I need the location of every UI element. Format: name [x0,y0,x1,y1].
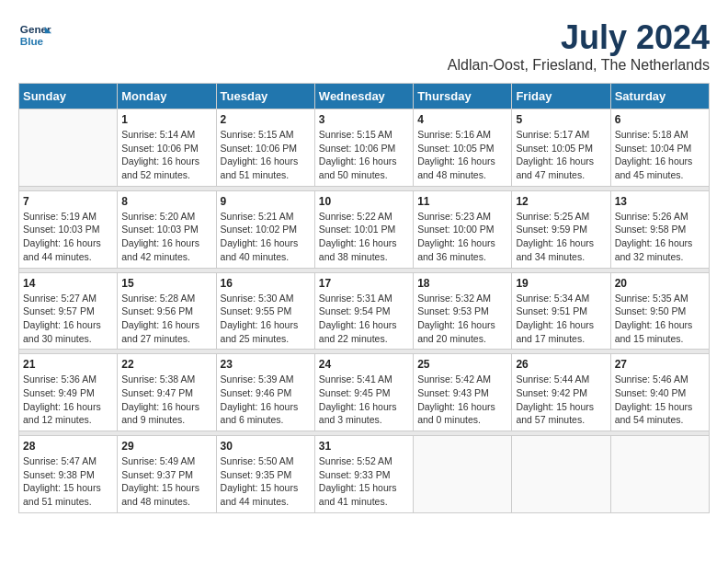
day-number: 28 [23,440,113,453]
day-number: 4 [417,113,507,126]
day-info: Sunrise: 5:16 AM Sunset: 10:05 PM Daylig… [417,128,507,182]
day-info: Sunrise: 5:34 AM Sunset: 9:51 PM Dayligh… [516,292,606,346]
day-number: 3 [319,113,409,126]
day-number: 24 [319,358,409,371]
calendar-week-row: 7Sunrise: 5:19 AM Sunset: 10:03 PM Dayli… [19,190,710,268]
calendar-cell: 1Sunrise: 5:14 AM Sunset: 10:06 PM Dayli… [118,109,216,187]
title-area: July 2024 Aldlan-Oost, Friesland, The Ne… [448,18,710,74]
day-info: Sunrise: 5:18 AM Sunset: 10:04 PM Daylig… [615,128,705,182]
calendar-table: SundayMondayTuesdayWednesdayThursdayFrid… [18,83,710,513]
calendar-cell [512,436,610,513]
calendar-cell: 3Sunrise: 5:15 AM Sunset: 10:06 PM Dayli… [314,109,413,187]
calendar-cell: 29Sunrise: 5:49 AM Sunset: 9:37 PM Dayli… [118,436,216,513]
calendar-cell: 20Sunrise: 5:35 AM Sunset: 9:50 PM Dayli… [610,272,709,350]
day-info: Sunrise: 5:49 AM Sunset: 9:37 PM Dayligh… [121,454,211,509]
day-info: Sunrise: 5:50 AM Sunset: 9:35 PM Dayligh… [221,454,311,509]
logo-icon: General Blue [18,18,51,52]
day-number: 18 [417,277,507,290]
day-info: Sunrise: 5:52 AM Sunset: 9:33 PM Dayligh… [319,454,409,509]
day-info: Sunrise: 5:15 AM Sunset: 10:06 PM Daylig… [221,128,311,182]
day-info: Sunrise: 5:42 AM Sunset: 9:43 PM Dayligh… [417,373,507,427]
day-info: Sunrise: 5:15 AM Sunset: 10:06 PM Daylig… [319,128,409,182]
logo: General Blue [18,18,51,52]
day-number: 6 [615,113,705,126]
day-info: Sunrise: 5:21 AM Sunset: 10:02 PM Daylig… [221,210,311,264]
day-number: 10 [319,195,409,208]
day-number: 12 [516,195,606,208]
day-info: Sunrise: 5:47 AM Sunset: 9:38 PM Dayligh… [23,454,113,509]
weekday-header-row: SundayMondayTuesdayWednesdayThursdayFrid… [19,84,710,109]
day-number: 22 [121,358,211,371]
day-info: Sunrise: 5:28 AM Sunset: 9:56 PM Dayligh… [121,292,211,346]
day-info: Sunrise: 5:22 AM Sunset: 10:01 PM Daylig… [319,210,409,264]
day-number: 7 [23,195,113,208]
weekday-header: Monday [118,84,216,109]
calendar-week-row: 21Sunrise: 5:36 AM Sunset: 9:49 PM Dayli… [19,354,710,431]
day-number: 30 [221,440,311,453]
day-info: Sunrise: 5:41 AM Sunset: 9:45 PM Dayligh… [319,373,409,427]
calendar-cell: 16Sunrise: 5:30 AM Sunset: 9:55 PM Dayli… [216,272,314,350]
day-number: 16 [221,277,311,290]
calendar-cell: 10Sunrise: 5:22 AM Sunset: 10:01 PM Dayl… [314,190,413,268]
day-info: Sunrise: 5:35 AM Sunset: 9:50 PM Dayligh… [615,292,705,346]
day-number: 15 [121,277,211,290]
weekday-header: Wednesday [314,84,413,109]
calendar-cell: 7Sunrise: 5:19 AM Sunset: 10:03 PM Dayli… [19,190,118,268]
day-info: Sunrise: 5:27 AM Sunset: 9:57 PM Dayligh… [23,292,113,346]
weekday-header: Saturday [610,84,709,109]
location-title: Aldlan-Oost, Friesland, The Netherlands [448,57,710,74]
calendar-week-row: 28Sunrise: 5:47 AM Sunset: 9:38 PM Dayli… [19,436,710,513]
calendar-cell: 8Sunrise: 5:20 AM Sunset: 10:03 PM Dayli… [118,190,216,268]
day-number: 8 [121,195,211,208]
calendar-cell: 28Sunrise: 5:47 AM Sunset: 9:38 PM Dayli… [19,436,118,513]
day-number: 26 [516,358,606,371]
calendar-cell: 17Sunrise: 5:31 AM Sunset: 9:54 PM Dayli… [314,272,413,350]
calendar-cell [19,109,118,187]
day-info: Sunrise: 5:39 AM Sunset: 9:46 PM Dayligh… [221,373,311,427]
day-info: Sunrise: 5:30 AM Sunset: 9:55 PM Dayligh… [221,292,311,346]
day-info: Sunrise: 5:31 AM Sunset: 9:54 PM Dayligh… [319,292,409,346]
day-info: Sunrise: 5:36 AM Sunset: 9:49 PM Dayligh… [23,373,113,427]
day-info: Sunrise: 5:20 AM Sunset: 10:03 PM Daylig… [121,210,211,264]
day-info: Sunrise: 5:26 AM Sunset: 9:58 PM Dayligh… [615,210,705,264]
day-info: Sunrise: 5:19 AM Sunset: 10:03 PM Daylig… [23,210,113,264]
day-number: 9 [221,195,311,208]
day-number: 27 [615,358,705,371]
day-info: Sunrise: 5:32 AM Sunset: 9:53 PM Dayligh… [417,292,507,346]
day-number: 13 [615,195,705,208]
day-info: Sunrise: 5:23 AM Sunset: 10:00 PM Daylig… [417,210,507,264]
calendar-cell: 15Sunrise: 5:28 AM Sunset: 9:56 PM Dayli… [118,272,216,350]
calendar-cell: 12Sunrise: 5:25 AM Sunset: 9:59 PM Dayli… [512,190,610,268]
calendar-cell [414,436,512,513]
weekday-header: Friday [512,84,610,109]
day-number: 20 [615,277,705,290]
svg-text:Blue: Blue [20,35,44,47]
calendar-cell: 19Sunrise: 5:34 AM Sunset: 9:51 PM Dayli… [512,272,610,350]
day-number: 19 [516,277,606,290]
day-info: Sunrise: 5:46 AM Sunset: 9:40 PM Dayligh… [615,373,705,427]
calendar-cell: 18Sunrise: 5:32 AM Sunset: 9:53 PM Dayli… [414,272,512,350]
page-header: General Blue July 2024 Aldlan-Oost, Frie… [18,18,710,74]
calendar-cell: 23Sunrise: 5:39 AM Sunset: 9:46 PM Dayli… [216,354,314,431]
calendar-cell: 9Sunrise: 5:21 AM Sunset: 10:02 PM Dayli… [216,190,314,268]
day-info: Sunrise: 5:25 AM Sunset: 9:59 PM Dayligh… [516,210,606,264]
calendar-cell: 26Sunrise: 5:44 AM Sunset: 9:42 PM Dayli… [512,354,610,431]
calendar-cell: 6Sunrise: 5:18 AM Sunset: 10:04 PM Dayli… [610,109,709,187]
calendar-cell: 25Sunrise: 5:42 AM Sunset: 9:43 PM Dayli… [414,354,512,431]
day-info: Sunrise: 5:14 AM Sunset: 10:06 PM Daylig… [121,128,211,182]
calendar-cell: 22Sunrise: 5:38 AM Sunset: 9:47 PM Dayli… [118,354,216,431]
day-number: 2 [221,113,311,126]
calendar-week-row: 1Sunrise: 5:14 AM Sunset: 10:06 PM Dayli… [19,109,710,187]
calendar-cell: 31Sunrise: 5:52 AM Sunset: 9:33 PM Dayli… [314,436,413,513]
day-info: Sunrise: 5:38 AM Sunset: 9:47 PM Dayligh… [121,373,211,427]
day-number: 5 [516,113,606,126]
day-number: 25 [417,358,507,371]
calendar-cell: 27Sunrise: 5:46 AM Sunset: 9:40 PM Dayli… [610,354,709,431]
calendar-cell: 11Sunrise: 5:23 AM Sunset: 10:00 PM Dayl… [414,190,512,268]
calendar-cell: 13Sunrise: 5:26 AM Sunset: 9:58 PM Dayli… [610,190,709,268]
weekday-header: Sunday [19,84,118,109]
calendar-cell: 14Sunrise: 5:27 AM Sunset: 9:57 PM Dayli… [19,272,118,350]
calendar-cell: 4Sunrise: 5:16 AM Sunset: 10:05 PM Dayli… [414,109,512,187]
day-info: Sunrise: 5:44 AM Sunset: 9:42 PM Dayligh… [516,373,606,427]
weekday-header: Tuesday [216,84,314,109]
